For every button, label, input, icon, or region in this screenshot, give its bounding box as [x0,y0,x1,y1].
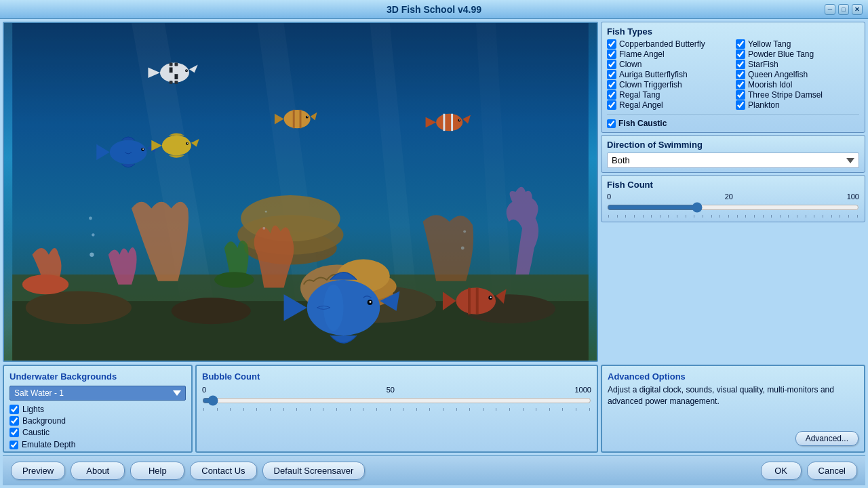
close-button[interactable]: ✕ [852,4,863,15]
background-select[interactable]: Salt Water - 1Salt Water - 2Fresh Water … [9,386,186,401]
tick-mark [831,215,832,218]
fish-types-panel: Fish Types Copperbanded ButterflyYellow … [601,22,865,133]
fish-type-label-6: Auriga Butterflyfish [619,70,688,79]
tick-mark [403,408,403,411]
background-label: Background [22,416,66,426]
contact-us-button[interactable]: Contact Us [190,462,256,480]
tick-mark [651,215,652,218]
fish-type-item: Plankton [736,100,859,110]
fish-type-item: Regal Tang [607,90,730,100]
tick-mark [711,215,712,218]
ok-button[interactable]: OK [761,462,802,480]
top-section: Fish Types Copperbanded ButterflyYellow … [3,22,865,362]
maximize-button[interactable]: □ [838,4,849,15]
advanced-options-panel: Advanced Options Adjust a digital clock,… [601,365,865,453]
help-button[interactable]: Help [130,462,184,480]
fish-type-checkbox-12[interactable] [607,100,616,110]
tick-mark [310,408,311,411]
fish-type-item: Regal Angel [607,100,730,110]
fish-type-item: Auriga Butterflyfish [607,70,730,79]
advanced-title: Advanced Options [608,371,859,382]
fish-type-item: Clown Triggerfish [607,80,730,89]
tick-mark [390,408,391,411]
fish-type-checkbox-2[interactable] [607,49,616,59]
minimize-button[interactable]: ─ [825,4,835,15]
fish-type-checkbox-10[interactable] [607,90,616,100]
tick-mark [350,408,351,411]
fish-type-checkbox-4[interactable] [607,60,616,69]
tick-mark [668,215,669,218]
tick-mark [625,215,626,218]
tick-mark [823,215,823,218]
tick-mark [523,408,524,411]
fish-type-label-12: Regal Angel [619,100,663,110]
bubble-count-panel: Bubble Count 0 50 1000 [195,365,598,453]
fish-count-labels: 0 20 100 [607,192,859,201]
advanced-desc: Adjust a digital clock, sounds, visual q… [608,384,859,407]
tick-mark [814,215,814,218]
title-bar-controls: ─ □ ✕ [825,4,863,15]
fish-type-label-10: Regal Tang [619,90,660,100]
fish-type-checkbox-7[interactable] [736,70,745,79]
fish-caustic-checkbox[interactable] [607,119,616,128]
slider-ticks [607,215,859,218]
fish-type-item: Queen Angelfish [736,70,859,79]
background-checkbox[interactable] [9,416,19,426]
fish-count-max: 100 [847,192,859,201]
tick-mark [754,215,755,218]
tick-mark [745,215,746,218]
about-button[interactable]: About [71,462,125,480]
tick-mark [456,408,457,411]
tick-mark [416,408,417,411]
fish-type-item: StarFish [736,60,859,69]
tick-mark [806,215,806,218]
aquarium-view [3,22,598,362]
lights-checkbox[interactable] [9,405,19,414]
emulate-depth-label: Emulate Depth [22,440,75,449]
fish-count-mid: 20 [725,192,733,201]
bubble-min: 0 [202,386,206,394]
fish-caustic-label: Fish Caustic [618,119,667,128]
bubble-mid: 50 [387,386,395,394]
default-screensaver-button[interactable]: Default Screensaver [262,462,366,480]
swimming-direction-select[interactable]: BothLeft to RightRight to Left [607,152,859,168]
fish-type-item: Clown [607,60,730,69]
tick-mark [737,215,738,218]
emulate-depth-row: Emulate Depth [9,440,186,449]
tick-mark [857,215,858,218]
fish-type-checkbox-1[interactable] [736,39,745,49]
options-row: Lights Background Caustic [9,405,186,437]
emulate-depth-checkbox[interactable] [9,441,18,449]
fish-types-title: Fish Types [607,26,859,37]
fish-type-checkbox-13[interactable] [736,100,745,110]
fish-types-list: Copperbanded ButterflyYellow TangFlame A… [607,39,859,110]
fish-type-checkbox-11[interactable] [736,90,745,100]
tick-mark [771,215,772,218]
bubble-count-slider[interactable] [202,395,591,406]
cancel-button[interactable]: Cancel [807,462,857,480]
tick-mark [788,215,789,218]
tick-mark [840,215,840,218]
fish-type-checkbox-9[interactable] [736,80,745,89]
tick-mark [728,215,729,218]
fish-type-checkbox-8[interactable] [607,80,616,89]
bg-select-row: Salt Water - 1Salt Water - 2Fresh Water … [9,386,186,401]
fish-type-item: Powder Blue Tang [736,49,859,59]
fish-type-label-7: Queen Angelfish [748,70,808,79]
tick-mark [270,408,271,411]
advanced-button[interactable]: Advanced... [795,431,859,446]
underwater-bg-title: Underwater Backgrounds [9,371,186,382]
tick-mark [363,408,363,411]
fish-type-checkbox-6[interactable] [607,70,616,79]
fish-type-label-4: Clown [619,60,642,69]
fish-type-checkbox-3[interactable] [736,49,745,59]
caustic-checkbox[interactable] [9,428,19,437]
fish-type-checkbox-5[interactable] [736,60,745,69]
fish-type-checkbox-0[interactable] [607,39,616,49]
tick-mark [694,215,694,218]
caustic-item: Caustic [9,428,66,437]
fish-type-label-9: Moorish Idol [748,80,792,89]
bubble-labels: 0 50 1000 [202,386,591,394]
fish-count-slider[interactable] [607,202,859,213]
preview-button[interactable]: Preview [11,462,65,480]
